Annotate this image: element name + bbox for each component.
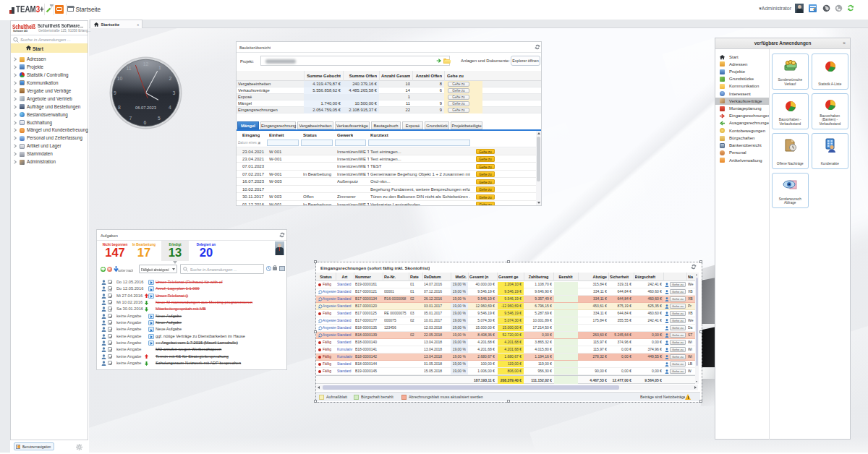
svg-text:11: 11 — [126, 66, 131, 71]
svg-text:7: 7 — [129, 116, 132, 121]
svg-text:2: 2 — [169, 76, 172, 81]
svg-text:10: 10 — [117, 76, 123, 81]
svg-text:9: 9 — [114, 90, 116, 95]
svg-text:8: 8 — [118, 105, 121, 110]
svg-text:6: 6 — [144, 120, 147, 125]
svg-text:12: 12 — [143, 61, 149, 67]
svg-text:5: 5 — [158, 116, 161, 121]
svg-text:3: 3 — [173, 90, 176, 95]
svg-text:06.07.2023: 06.07.2023 — [135, 106, 156, 110]
svg-text:1: 1 — [158, 65, 161, 70]
svg-text:4: 4 — [169, 105, 171, 110]
